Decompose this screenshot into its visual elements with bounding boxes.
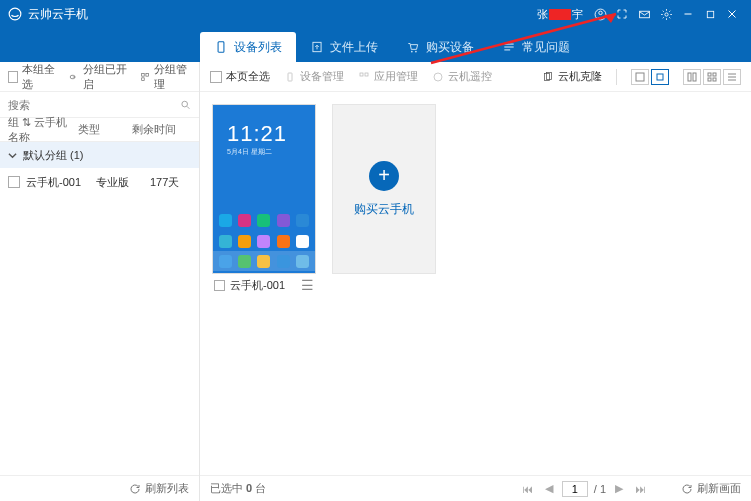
search-input[interactable]	[8, 99, 180, 111]
user-name[interactable]: 张宇	[537, 7, 583, 22]
app-icon	[219, 235, 232, 248]
selected-text: 已选中 0 台	[210, 481, 266, 496]
toolbar-clone[interactable]: 云机克隆	[542, 69, 602, 84]
tab-buy-device[interactable]: 购买设备	[392, 32, 488, 62]
account-icon[interactable]	[589, 0, 611, 28]
view-large-icon[interactable]	[631, 69, 649, 85]
buy-device-card[interactable]: + 购买云手机	[332, 104, 436, 274]
refresh-icon	[681, 483, 693, 495]
fullscreen-icon[interactable]	[611, 0, 633, 28]
app-icon	[238, 214, 251, 227]
checkbox-icon	[210, 71, 222, 83]
app-row	[213, 235, 315, 248]
page-total: / 1	[594, 483, 606, 495]
main-panel: 本页全选 设备管理 应用管理 云机遥控 云机克隆 11:21 5月4日 星期二	[200, 62, 751, 501]
label: 应用管理	[374, 69, 418, 84]
label: 本页全选	[226, 69, 270, 84]
app-icon	[277, 255, 290, 268]
checkbox-icon[interactable]	[214, 280, 225, 291]
checkbox-icon	[8, 71, 18, 83]
label: 分组管理	[154, 62, 191, 92]
settings-icon[interactable]	[655, 0, 677, 28]
app-row	[213, 214, 315, 227]
checkbox-icon[interactable]	[8, 176, 20, 188]
svg-point-10	[415, 51, 417, 53]
device-row[interactable]: 云手机-001 专业版 177天	[0, 168, 199, 196]
svg-point-4	[664, 12, 667, 15]
mail-icon[interactable]	[633, 0, 655, 28]
device-type: 专业版	[96, 175, 150, 190]
app-icon	[238, 235, 251, 248]
svg-line-20	[187, 106, 189, 108]
hamburger-icon[interactable]: ☰	[301, 278, 314, 292]
view-grid-icon[interactable]	[703, 69, 721, 85]
col-remain[interactable]: 剩余时间	[132, 122, 191, 137]
manage-icon	[140, 71, 150, 83]
app-icon	[296, 235, 309, 248]
group-row[interactable]: 默认分组 (1)	[0, 142, 199, 168]
buy-label: 购买云手机	[354, 201, 414, 218]
sidebar-column-header: 组 ⇅ 云手机名称 类型 剩余时间	[0, 118, 199, 142]
toolbar-app-mgmt: 应用管理	[358, 69, 418, 84]
app-icon	[238, 255, 251, 268]
tab-file-upload[interactable]: 文件上传	[296, 32, 392, 62]
dock	[213, 251, 315, 271]
app-icon	[296, 214, 309, 227]
tab-faq[interactable]: 常见问题	[488, 32, 584, 62]
col-name[interactable]: 组 ⇅ 云手机名称	[8, 115, 78, 145]
search-icon	[180, 99, 191, 111]
app-icon	[277, 214, 290, 227]
view-small-icon[interactable]	[651, 69, 669, 85]
app-icon	[296, 255, 309, 268]
svg-rect-16	[141, 73, 144, 76]
sidebar-select-all[interactable]: 本组全选	[8, 62, 59, 92]
tab-device-list[interactable]: 设备列表	[200, 32, 296, 62]
page-input[interactable]	[562, 481, 588, 497]
main-tabs: 设备列表 文件上传 购买设备 常见问题	[0, 28, 751, 62]
device-card[interactable]: 11:21 5月4日 星期二	[212, 104, 316, 296]
main-select-all[interactable]: 本页全选	[210, 69, 270, 84]
minimize-icon[interactable]	[677, 0, 699, 28]
refresh-icon	[129, 483, 141, 495]
clone-icon	[542, 71, 554, 83]
label: 分组已开启	[83, 62, 129, 92]
page-prev-icon[interactable]: ◀	[542, 482, 556, 495]
label: 刷新画面	[697, 481, 741, 496]
sidebar-group-manage[interactable]: 分组管理	[140, 62, 191, 92]
tab-label: 文件上传	[330, 39, 378, 56]
label: 刷新列表	[145, 481, 189, 496]
app-icon	[219, 214, 232, 227]
app-icon	[257, 214, 270, 227]
svg-rect-21	[288, 73, 292, 81]
view-list-icon[interactable]	[683, 69, 701, 85]
svg-rect-29	[688, 73, 691, 81]
titlebar: 云帅云手机 张宇	[0, 0, 751, 28]
svg-rect-3	[639, 11, 649, 18]
link-icon	[69, 71, 79, 83]
svg-rect-17	[146, 73, 149, 76]
tab-label: 购买设备	[426, 39, 474, 56]
page-first-icon[interactable]: ⏮	[519, 483, 536, 495]
close-icon[interactable]	[721, 0, 743, 28]
svg-point-9	[411, 51, 413, 53]
device-card-name: 云手机-001	[230, 278, 285, 293]
page-next-icon[interactable]: ▶	[612, 482, 626, 495]
toolbar-cloud-ctrl: 云机遥控	[432, 69, 492, 84]
toolbar-device-mgmt: 设备管理	[284, 69, 344, 84]
plus-icon: +	[369, 161, 399, 191]
view-switch-size	[631, 69, 669, 85]
sidebar-refresh[interactable]: 刷新列表	[0, 475, 199, 501]
maximize-icon[interactable]	[699, 0, 721, 28]
col-type[interactable]: 类型	[78, 122, 132, 137]
svg-rect-34	[713, 78, 716, 81]
footer-refresh[interactable]: 刷新画面	[681, 481, 741, 496]
device-screen: 11:21 5月4日 星期二	[212, 104, 316, 274]
view-detail-icon[interactable]	[723, 69, 741, 85]
apps-icon	[358, 71, 370, 83]
svg-rect-28	[657, 74, 663, 80]
page-last-icon[interactable]: ⏭	[632, 483, 649, 495]
sidebar-group-opened[interactable]: 分组已开启	[69, 62, 130, 92]
svg-rect-22	[360, 73, 363, 76]
app-icon	[257, 255, 270, 268]
app-title: 云帅云手机	[28, 6, 537, 23]
